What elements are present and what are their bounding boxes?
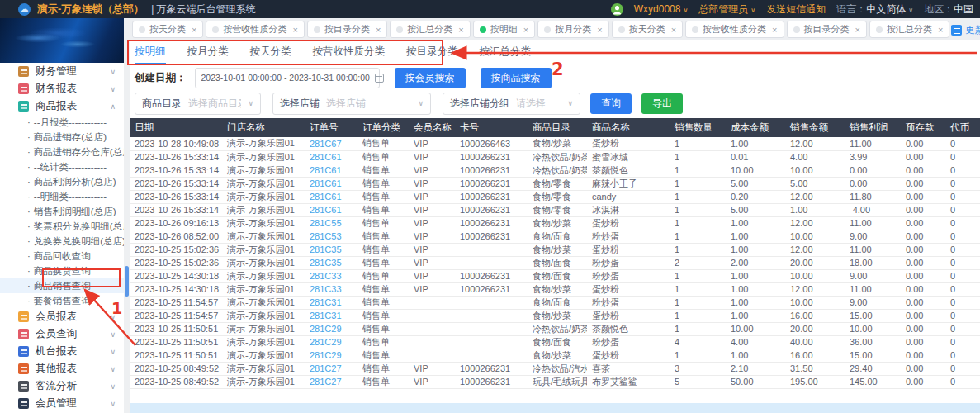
tab-按月分类[interactable]: 按月分类× xyxy=(537,21,608,38)
close-icon[interactable]: × xyxy=(671,25,676,35)
sidebar-item-销售利润明细(总店)[interactable]: ·销售利润明细(总店) xyxy=(0,204,124,219)
table-cell: 销售单 xyxy=(357,164,409,177)
table-cell: 销售单 xyxy=(357,296,409,309)
order-link[interactable]: 281C29 xyxy=(305,335,357,349)
tab-按汇总分类[interactable]: 按汇总分类× xyxy=(390,21,470,38)
sidebar-item-商品进销存分仓库(总店)[interactable]: ·商品进销存分仓库(总店) xyxy=(0,145,124,159)
sidebar-item-商品销售查询[interactable]: ·商品销售查询 xyxy=(0,278,124,293)
order-link[interactable]: 281C33 xyxy=(305,282,357,296)
close-icon[interactable]: × xyxy=(192,25,196,35)
order-link[interactable]: 281C31 xyxy=(305,296,357,309)
close-icon[interactable]: × xyxy=(772,25,777,35)
send-sms-link[interactable]: 发送短信通知 xyxy=(766,2,826,17)
close-icon[interactable]: × xyxy=(938,25,943,35)
store-group-select[interactable]: 选择店铺分组 请选择 ∨ xyxy=(443,93,580,115)
close-icon[interactable]: × xyxy=(458,25,463,35)
sidebar-scrollbar[interactable] xyxy=(124,18,130,413)
table-cell: 0.00 xyxy=(901,203,945,216)
product-search-button[interactable]: 按商品搜索 xyxy=(481,68,552,88)
cloud-logo-icon: ☁ xyxy=(18,3,31,16)
sidebar-group-会员管理[interactable]: 会员管理∨ xyxy=(0,395,124,412)
store-select[interactable]: 选择店铺 选择店铺 ∨ xyxy=(272,93,431,115)
table-cell: 2023-10-25 08:49:52 xyxy=(130,375,222,388)
order-link[interactable]: 281C53 xyxy=(305,230,357,243)
sidebar: 财务管理∨财务报表∨商品报表∧·--月报类------------·商品进销存(… xyxy=(0,18,124,413)
tab-按营收性质分类[interactable]: 按营收性质分类× xyxy=(685,21,784,38)
subtab-按天分类[interactable]: 按天分类 xyxy=(250,40,291,64)
order-link[interactable]: 281C29 xyxy=(305,322,357,335)
tab-按营收性质分类[interactable]: 按营收性质分类× xyxy=(206,21,304,38)
order-link[interactable]: 281C27 xyxy=(305,375,357,388)
sidebar-group-机台报表[interactable]: 机台报表∨ xyxy=(0,343,124,360)
catalog-select[interactable]: 商品目录 选择商品目录 ∨ xyxy=(135,93,261,115)
query-button[interactable]: 查询 xyxy=(590,93,632,114)
sidebar-item-商品进销存(总店)[interactable]: ·商品进销存(总店) xyxy=(0,130,124,145)
sidebar-group-商品报表[interactable]: 商品报表∧ xyxy=(0,97,124,115)
sidebar-item-套餐销售查询[interactable]: ·套餐销售查询 xyxy=(0,293,124,308)
close-icon[interactable]: × xyxy=(292,25,297,35)
tab-按汇总分类[interactable]: 按汇总分类× xyxy=(869,21,949,38)
order-link[interactable]: 281C31 xyxy=(305,309,357,322)
date-range-input[interactable]: 2023-10-01 00:00:00 - 2023-10-31 00:00:0… xyxy=(195,68,380,88)
member-search-button[interactable]: 按会员搜索 xyxy=(395,68,466,88)
close-icon[interactable]: × xyxy=(855,25,860,35)
sidebar-group-会员报表[interactable]: 会员报表∨ xyxy=(0,308,124,325)
tab-按天分类[interactable]: 按天分类× xyxy=(132,21,203,38)
table-cell: 5.00 xyxy=(726,203,785,216)
subtab-按明细[interactable]: 按明细 xyxy=(135,40,166,64)
sidebar-item-商品回收查询[interactable]: ·商品回收查询 xyxy=(0,249,124,263)
tab-按目录分类[interactable]: 按目录分类× xyxy=(787,21,867,38)
sidebar-item---统计类------------[interactable]: ·--统计类------------ xyxy=(0,159,124,174)
table-cell: 0 xyxy=(945,335,980,349)
sidebar-item-商品利润分析(总店)[interactable]: ·商品利润分析(总店) xyxy=(0,174,124,189)
user-avatar[interactable] xyxy=(611,3,623,16)
export-button[interactable]: 导出 xyxy=(641,93,683,114)
close-icon[interactable]: × xyxy=(597,25,602,35)
region-menu[interactable]: 地区：中国 xyxy=(924,2,973,17)
sidebar-item---月报类------------[interactable]: ·--月报类------------ xyxy=(0,115,124,130)
bullet-icon: · xyxy=(27,192,31,202)
horizontal-scrollbar[interactable] xyxy=(130,403,980,413)
order-link[interactable]: 281C27 xyxy=(305,362,357,375)
bullet-icon: · xyxy=(27,221,31,231)
tab-按明细[interactable]: 按明细× xyxy=(473,21,535,38)
subtab-按目录分类[interactable]: 按目录分类 xyxy=(406,40,458,64)
order-link[interactable]: 281C35 xyxy=(305,256,357,269)
sidebar-group-财务管理[interactable]: 财务管理∨ xyxy=(0,63,124,80)
order-link[interactable]: 281C67 xyxy=(305,137,357,150)
column-header-销售利润: 销售利润 xyxy=(845,118,901,137)
scrollbar-thumb[interactable] xyxy=(125,266,129,297)
sidebar-item-商品换货查询[interactable]: ·商品换货查询 xyxy=(0,263,124,278)
order-link[interactable]: 281C33 xyxy=(305,269,357,282)
username-menu[interactable]: Wxyd0008∨ xyxy=(634,3,689,15)
sidebar-item---明细类------------[interactable]: ·--明细类------------ xyxy=(0,189,124,204)
subtab-按月分类[interactable]: 按月分类 xyxy=(187,40,229,64)
sidebar-group-其他报表[interactable]: 其他报表∨ xyxy=(0,360,124,377)
order-link[interactable]: 281C29 xyxy=(305,349,357,362)
sidebar-group-财务报表[interactable]: 财务报表∨ xyxy=(0,80,124,97)
order-link[interactable]: 281C61 xyxy=(305,177,357,190)
order-link[interactable]: 281C61 xyxy=(305,150,357,164)
role-menu[interactable]: 总部管理员∨ xyxy=(698,2,755,17)
table-cell: 11.00 xyxy=(845,216,901,230)
order-link[interactable]: 281C35 xyxy=(305,243,357,256)
sidebar-group-客流分析[interactable]: 客流分析∨ xyxy=(0,377,124,395)
close-icon[interactable]: × xyxy=(523,25,528,35)
table-cell: 195.00 xyxy=(785,375,845,388)
language-menu[interactable]: 语言：中文简体∨ xyxy=(836,2,913,17)
close-icon[interactable]: × xyxy=(376,25,381,35)
order-link[interactable]: 281C61 xyxy=(305,190,357,203)
order-link[interactable]: 281C61 xyxy=(305,164,357,177)
sidebar-item-兑换券兑换明细(总店)[interactable]: ·兑换券兑换明细(总店) xyxy=(0,234,124,249)
order-link[interactable]: 281C61 xyxy=(305,203,357,216)
subtab-按汇总分类[interactable]: 按汇总分类 xyxy=(480,40,532,64)
subtab-按营收性质分类[interactable]: 按营收性质分类 xyxy=(313,40,386,64)
sidebar-item-奖票积分兑换明细(总店)[interactable]: ·奖票积分兑换明细(总店) xyxy=(0,219,124,234)
order-link[interactable]: 281C55 xyxy=(305,216,357,230)
tab-按天分类[interactable]: 按天分类× xyxy=(612,21,683,38)
changelog-link[interactable]: 更新日志 xyxy=(951,23,980,37)
table-cell: VIP xyxy=(409,137,455,150)
sidebar-group-会员查询[interactable]: 会员查询∨ xyxy=(0,325,124,343)
table-cell: 销售单 xyxy=(357,309,409,322)
tab-按目录分类[interactable]: 按目录分类× xyxy=(307,21,387,38)
